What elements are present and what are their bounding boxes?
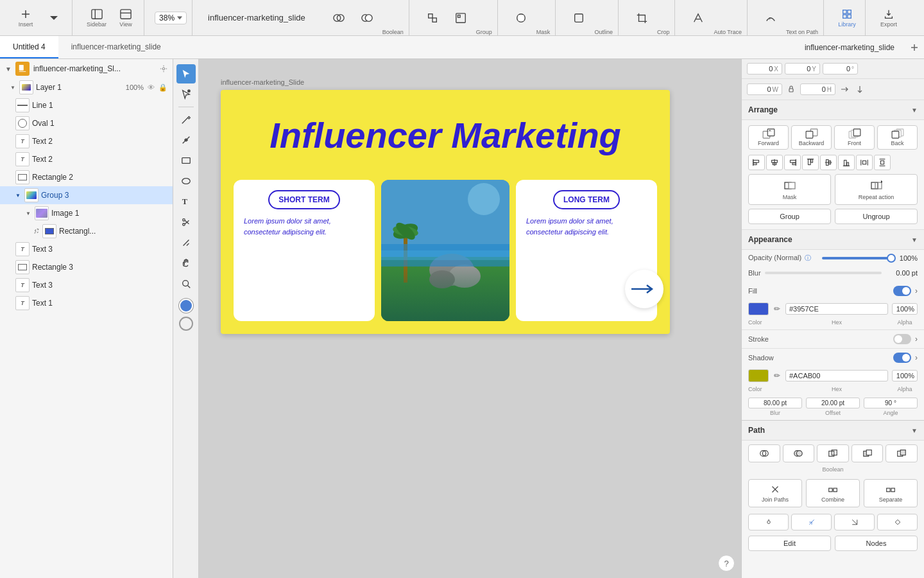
boolean-btn1[interactable] xyxy=(326,10,352,26)
select-tool2[interactable] xyxy=(176,85,196,104)
deg-field[interactable]: 0 ° xyxy=(823,63,858,74)
scissors-tool[interactable] xyxy=(176,213,196,232)
fill-hex-field[interactable]: #3957CE xyxy=(785,303,888,315)
ungroup-btn[interactable]: Ungroup xyxy=(835,209,918,224)
edit-node-btn3[interactable] xyxy=(834,514,875,530)
group-btn2[interactable] xyxy=(448,10,474,26)
appearance-section-header[interactable]: Appearance ▼ xyxy=(742,230,924,250)
path-bool-btn2[interactable] xyxy=(783,444,815,462)
mask-btn[interactable] xyxy=(508,10,534,26)
combine-btn[interactable]: Combine xyxy=(806,479,860,507)
fill-toggle[interactable] xyxy=(893,286,911,296)
outline-btn[interactable] xyxy=(566,10,592,26)
shadow-color-swatch[interactable] xyxy=(748,369,769,382)
layer-rect3[interactable]: Rectangle 3 xyxy=(0,258,173,276)
layer1-expand[interactable]: ▼ xyxy=(10,85,17,91)
join-paths-btn[interactable]: Join Paths xyxy=(748,479,802,507)
shadow-hex-field[interactable]: #ACAB00 xyxy=(785,370,888,381)
add-tab-button[interactable] xyxy=(905,36,924,58)
align-top-btn[interactable] xyxy=(802,155,819,170)
mask-btn[interactable]: Mask xyxy=(748,174,831,205)
align-bottom-btn[interactable] xyxy=(838,155,855,170)
separate-btn[interactable]: Separate xyxy=(864,479,918,507)
library-btn[interactable]: Library xyxy=(834,6,860,30)
layer-text3b[interactable]: T Text 3 xyxy=(0,276,173,294)
align-left-btn[interactable] xyxy=(748,155,765,170)
fill-alpha-field[interactable]: 100% xyxy=(892,303,918,315)
align-middle-btn[interactable] xyxy=(820,155,837,170)
opacity-slider-track[interactable] xyxy=(822,257,892,259)
x-field[interactable]: 0 X xyxy=(747,63,782,74)
distribute-v-btn[interactable] xyxy=(874,155,891,170)
h-field[interactable]: 0 H xyxy=(800,83,835,95)
edit-node-btn4[interactable] xyxy=(877,514,918,530)
shadow-alpha-field[interactable]: 100% xyxy=(892,370,918,381)
boolean-btn2[interactable] xyxy=(354,10,380,26)
layer-image1[interactable]: ▼ Image 1 xyxy=(0,204,173,222)
export-btn[interactable]: Export xyxy=(876,6,902,30)
layer-oval1[interactable]: Oval 1 xyxy=(0,114,173,132)
arrange-section-header[interactable]: Arrange ▼ xyxy=(742,100,924,120)
shadow-expand-icon[interactable]: › xyxy=(915,353,918,362)
view-button[interactable]: View xyxy=(113,6,139,30)
edit-btn[interactable]: Edit xyxy=(748,536,831,551)
node-tool[interactable] xyxy=(176,130,196,150)
layer-rect2[interactable]: Rectangle 2 xyxy=(0,168,173,186)
insert-dropdown-button[interactable] xyxy=(41,10,67,26)
front-btn[interactable]: Front xyxy=(834,125,875,150)
flip-h-btn[interactable] xyxy=(838,83,851,96)
path-bool-btn1[interactable] xyxy=(748,444,780,462)
repeat-action-btn[interactable]: Repeat action xyxy=(835,174,918,205)
group-action-btn[interactable]: Group xyxy=(748,209,831,224)
layer-text2b[interactable]: T Text 2 xyxy=(0,150,173,168)
layer-rect-inner[interactable]: Rectangl... xyxy=(0,222,173,240)
doc-row[interactable]: ▼ influencer-marketing_Sl... xyxy=(0,59,173,78)
collapse-arrow[interactable]: ▼ xyxy=(5,66,12,73)
layer-group3[interactable]: ▼ Group 3 xyxy=(0,186,173,204)
path-bool-btn4[interactable] xyxy=(851,444,884,462)
align-center-h-btn[interactable] xyxy=(766,155,783,170)
sidebar-button[interactable]: Sidebar xyxy=(83,6,110,30)
text-on-path-btn[interactable]: T xyxy=(758,10,783,26)
layer-text1[interactable]: T Text 1 xyxy=(0,294,173,312)
path-section-header[interactable]: Path ▼ xyxy=(742,421,924,441)
tab-influencer[interactable]: influencer-marketing_slide xyxy=(58,36,174,58)
select-tool[interactable] xyxy=(176,64,196,83)
path-bool-btn5[interactable] xyxy=(886,444,918,462)
tab-untitled4[interactable]: Untitled 4 xyxy=(0,36,58,58)
edit-node-btn1[interactable] xyxy=(748,514,789,530)
auto-trace-btn[interactable] xyxy=(685,10,711,26)
layer1-lock-icon[interactable]: 🔒 xyxy=(158,83,167,92)
shadow-angle-input[interactable] xyxy=(864,398,918,408)
forward-btn[interactable]: Forward xyxy=(748,125,789,150)
group3-expand[interactable]: ▼ xyxy=(15,193,22,198)
insert-button[interactable]: Insert xyxy=(13,6,38,30)
shadow-blur-input[interactable] xyxy=(748,398,802,408)
oval-tool[interactable] xyxy=(176,171,196,191)
layer-line1[interactable]: Line 1 xyxy=(0,96,173,114)
layer1-row[interactable]: ▼ Layer 1 100% 👁 🔒 xyxy=(0,78,173,96)
edit-node-btn2[interactable] xyxy=(791,514,832,530)
stroke-toggle[interactable] xyxy=(893,334,911,344)
image1-expand[interactable]: ▼ xyxy=(26,211,32,216)
back-btn[interactable]: Back xyxy=(877,125,918,150)
backward-btn[interactable]: Backward xyxy=(791,125,832,150)
fill-color-swatch[interactable] xyxy=(748,302,769,315)
color-target[interactable] xyxy=(179,317,193,331)
color-primary[interactable] xyxy=(179,299,193,313)
distribute-h-btn[interactable] xyxy=(856,155,873,170)
layer-text3a[interactable]: T Text 3 xyxy=(0,240,173,258)
aspect-lock-btn[interactable] xyxy=(785,83,798,96)
path-bool-btn3[interactable] xyxy=(817,444,849,462)
fill-edit-icon[interactable]: ✏ xyxy=(773,304,782,313)
crop-btn[interactable] xyxy=(629,10,654,26)
fill-expand-icon[interactable]: › xyxy=(915,286,918,295)
align-right-btn[interactable] xyxy=(784,155,801,170)
layer1-visibility-icon[interactable]: 👁 xyxy=(148,83,155,91)
slide-frame[interactable]: Influencer Marketing SHORT TERM Lorem ip… xyxy=(221,90,670,334)
shadow-edit-icon[interactable]: ✏ xyxy=(773,371,782,380)
zoom-selector[interactable]: 38% xyxy=(155,12,187,24)
group-btn[interactable] xyxy=(420,10,445,26)
canvas-area[interactable]: T influencer-marketing_Slide xyxy=(173,59,741,578)
rect-tool[interactable] xyxy=(176,151,196,170)
